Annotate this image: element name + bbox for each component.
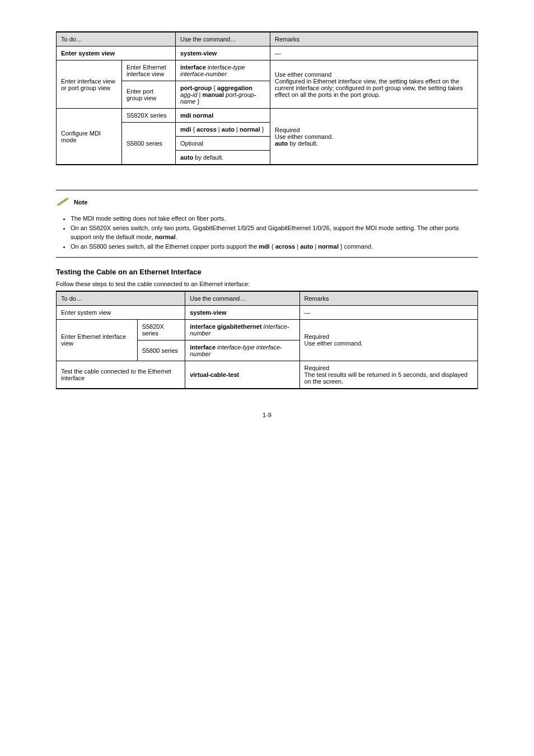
table-row: Enter system view system-view — — [57, 46, 478, 60]
cell-command: virtual-cable-test — [185, 361, 299, 389]
col-header-remarks: Remarks — [270, 32, 477, 46]
table-header-row: To do… Use the command… Remarks — [57, 291, 478, 306]
note-header: Note — [56, 195, 478, 209]
cell-command: mdi { across | auto | normal } — [175, 123, 270, 137]
col-header-todo: To do… — [57, 291, 185, 306]
cell-command: mdi normal — [175, 109, 270, 123]
cell-remarks: — — [299, 305, 477, 319]
cell-command: system-view — [185, 305, 299, 319]
cell-todo: Enter system view — [57, 305, 185, 319]
note-callout: Note The MDI mode setting does not take … — [56, 190, 478, 258]
section-heading: Testing the Cable on an Ethernet Interfa… — [56, 268, 478, 276]
cell-sub-label: S5820X series — [121, 109, 175, 123]
table-row: Test the cable connected to the Ethernet… — [57, 361, 478, 389]
cell-remarks: Required Use either command. — [299, 319, 477, 361]
col-header-command: Use the command… — [185, 291, 299, 306]
col-header-command: Use the command… — [175, 32, 270, 46]
list-item: The MDI mode setting does not take effec… — [71, 214, 478, 223]
table-mdi-config: To do… Use the command… Remarks Enter sy… — [56, 31, 478, 165]
table-row: Configure MDI mode S5820X series mdi nor… — [57, 109, 478, 123]
list-item: On an S5800 series switch, all the Ether… — [71, 242, 478, 251]
table-cable-test: To do… Use the command… Remarks Enter sy… — [56, 291, 478, 389]
cell-remarks: Required The test results will be return… — [299, 361, 477, 389]
section-intro: Follow these steps to test the cable con… — [56, 281, 478, 287]
cell-remarks: Use either command Configured in Etherne… — [270, 60, 477, 109]
table-header-row: To do… Use the command… Remarks — [57, 32, 478, 46]
cell-todo: Configure MDI mode — [57, 109, 122, 165]
cell-command: interface gigabitethernet interface-numb… — [185, 319, 299, 340]
cell-todo: Enter interface view or port group view — [57, 60, 122, 109]
table-row: Enter system view system-view — — [57, 305, 478, 319]
cell-sub-label: S5800 series — [121, 123, 175, 165]
cell-note: auto by default. — [175, 151, 270, 165]
cell-note: Optional — [175, 137, 270, 151]
col-header-todo: To do… — [57, 32, 176, 46]
cell-remarks: — — [270, 46, 477, 60]
cell-sub-label: Enter Ethernet interface view — [121, 60, 175, 81]
cell-remarks: Required Use either command. auto by def… — [270, 109, 477, 165]
cell-command: interface interface-type interface-numbe… — [175, 60, 270, 81]
cell-sub-label: S5820X series — [137, 319, 185, 340]
note-list: The MDI mode setting does not take effec… — [71, 214, 478, 251]
list-item: On an S5820X series switch, only two por… — [71, 224, 478, 241]
cell-command: port-group { aggregation agg-id | manual… — [175, 81, 270, 109]
table-row: Enter interface view or port group view … — [57, 60, 478, 81]
cell-command: interface interface-type interface-numbe… — [185, 340, 299, 361]
cell-todo: Enter system view — [57, 46, 176, 60]
cell-command: system-view — [175, 46, 270, 60]
table-row: Enter Ethernet interface view S5820X ser… — [57, 319, 478, 340]
page-number: 1-9 — [56, 412, 478, 418]
cell-todo: Enter Ethernet interface view — [57, 319, 138, 361]
cell-todo: Test the cable connected to the Ethernet… — [57, 361, 185, 389]
cell-sub-label: S5800 series — [137, 340, 185, 361]
cell-sub-label: Enter port group view — [121, 81, 175, 109]
note-label: Note — [74, 199, 87, 206]
col-header-remarks: Remarks — [299, 291, 477, 306]
note-icon — [56, 195, 71, 209]
